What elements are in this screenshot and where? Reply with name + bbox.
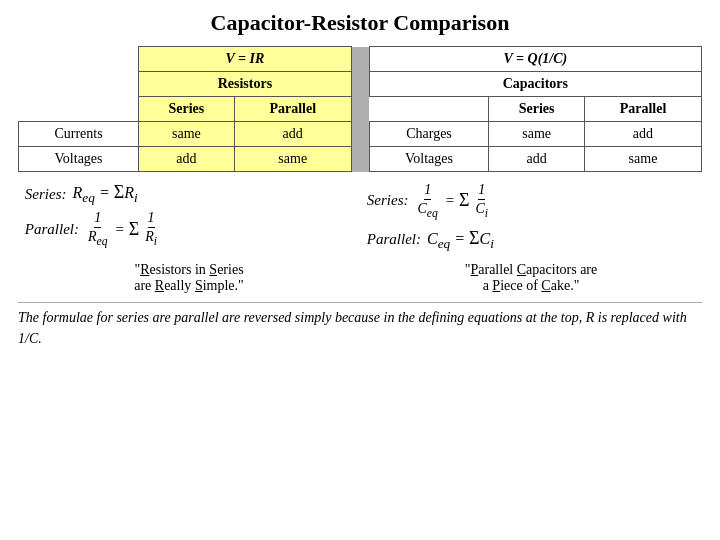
- col-parallel-resistor: Parallel: [234, 97, 351, 122]
- voltages-r-series: add: [139, 147, 235, 172]
- footnote: The formulae for series are parallel are…: [18, 302, 702, 349]
- resistor-parallel-formula: 1 Req = Σ 1 Ri: [85, 210, 160, 248]
- voltages-c-parallel: same: [584, 147, 701, 172]
- col-series-capacitor: Series: [489, 97, 585, 122]
- page-title: Capacitor-Resistor Comparison: [18, 10, 702, 36]
- voltages-r-parallel: same: [234, 147, 351, 172]
- capacitor-quote: "Parallel Capacitors are a Piece of Cake…: [374, 262, 689, 294]
- charges-series: same: [489, 122, 585, 147]
- comparison-table: V = IR V = Q(1/C) Resistors Capacitors S…: [18, 46, 702, 172]
- col-parallel-capacitor: Parallel: [584, 97, 701, 122]
- resistors-sub-header: Resistors: [139, 72, 352, 97]
- capacitor-equations: Series: 1 Ceq = Σ 1 Ci Parallel:: [367, 182, 695, 256]
- capacitor-parallel-eq: Parallel: Ceq = ΣCi: [367, 228, 695, 252]
- capacitors-main-header: V = Q(1/C): [369, 47, 701, 72]
- resistors-main-header: V = IR: [139, 47, 352, 72]
- row-currents-label: Currents: [19, 122, 139, 147]
- resistor-parallel-label: Parallel:: [25, 221, 79, 238]
- capacitor-parallel-label: Parallel:: [367, 231, 421, 248]
- capacitor-series-eq: Series: 1 Ceq = Σ 1 Ci: [367, 182, 695, 220]
- resistor-quote: "Resistors in Series are Really Simple.": [32, 262, 347, 294]
- voltages-c-series: add: [489, 147, 585, 172]
- quotes-section: "Resistors in Series are Really Simple."…: [18, 262, 702, 294]
- resistor-series-label: Series:: [25, 186, 67, 203]
- capacitor-series-formula: 1 Ceq = Σ 1 Ci: [415, 182, 492, 220]
- row-voltages-c-label: Voltages: [369, 147, 489, 172]
- equations-section: Series: Req = ΣRi Parallel: 1 Req = Σ 1 …: [18, 182, 702, 256]
- resistor-parallel-eq: Parallel: 1 Req = Σ 1 Ri: [25, 210, 353, 248]
- charges-parallel: add: [584, 122, 701, 147]
- row-voltages-r-label: Voltages: [19, 147, 139, 172]
- capacitors-sub-header: Capacitors: [369, 72, 701, 97]
- col-series-resistor: Series: [139, 97, 235, 122]
- resistor-series-formula: Req = ΣRi: [73, 182, 138, 206]
- resistor-series-eq: Series: Req = ΣRi: [25, 182, 353, 206]
- capacitor-series-label: Series:: [367, 192, 409, 209]
- currents-series: same: [139, 122, 235, 147]
- row-charges-label: Charges: [369, 122, 489, 147]
- currents-parallel: add: [234, 122, 351, 147]
- resistor-equations: Series: Req = ΣRi Parallel: 1 Req = Σ 1 …: [25, 182, 353, 252]
- capacitor-parallel-formula: Ceq = ΣCi: [427, 228, 494, 252]
